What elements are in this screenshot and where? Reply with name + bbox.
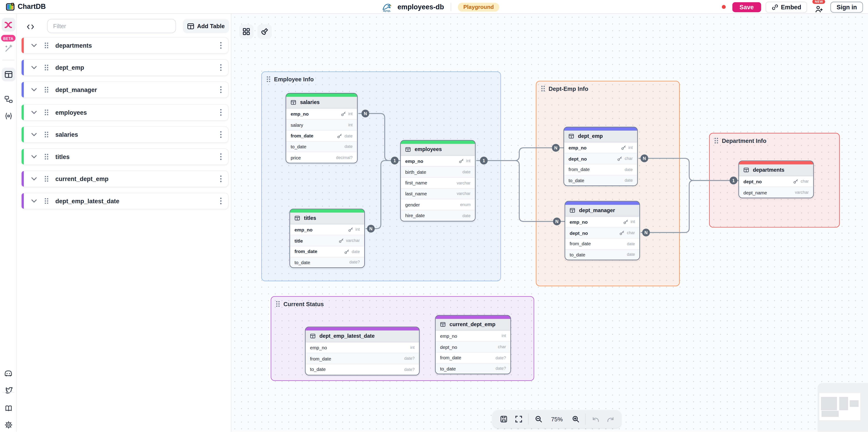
diagram-name[interactable]: employees-db — [397, 3, 444, 11]
invite-user-button[interactable]: NEW — [812, 0, 826, 14]
table-header[interactable]: titles — [290, 212, 364, 224]
zoom-in-button[interactable] — [568, 411, 583, 427]
drag-handle[interactable] — [44, 42, 49, 49]
table-header[interactable]: dept_manager — [565, 205, 640, 216]
table-field-row[interactable]: emp_noint — [306, 342, 419, 353]
filter-input[interactable] — [47, 19, 176, 33]
discord-button[interactable] — [1, 367, 15, 380]
table-node[interactable]: titlesemp_nointtitlevarcharfrom_datedate… — [289, 209, 365, 268]
table-header[interactable]: departments — [739, 164, 813, 176]
table-field-row[interactable]: to_datedate? — [436, 363, 510, 374]
sidebar-table-row[interactable]: dept_manager — [21, 82, 229, 98]
table-field-row[interactable]: to_datedate — [286, 141, 357, 152]
diagram-canvas[interactable]: Employee InfoDept-Emp InfoDepartment Inf… — [231, 14, 868, 432]
expand-chevron[interactable] — [31, 110, 37, 115]
table-node[interactable]: employeesemp_nointbirth_datedatefirst_na… — [400, 140, 475, 221]
expand-chevron[interactable] — [31, 88, 37, 92]
table-menu-button[interactable] — [220, 197, 222, 205]
magic-wand-button[interactable] — [1, 41, 15, 55]
sidebar-table-row[interactable]: dept_emp_latest_date — [21, 193, 229, 209]
table-header[interactable]: employees — [401, 144, 475, 155]
table-node[interactable]: dept_emp_latest_dateemp_nointfrom_dateda… — [305, 327, 420, 375]
view-code-button[interactable] — [24, 21, 37, 33]
table-field-row[interactable]: from_datedate — [565, 238, 640, 249]
table-field-row[interactable]: pricedecimal? — [286, 152, 357, 163]
table-field-row[interactable]: titlevarchar — [290, 235, 364, 246]
table-field-row[interactable]: from_datedate — [290, 246, 364, 257]
save-diagram-button[interactable] — [496, 411, 511, 427]
drag-handle[interactable] — [44, 198, 49, 205]
drag-handle[interactable] — [44, 64, 49, 71]
table-header[interactable]: dept_emp — [564, 130, 637, 142]
table-node[interactable]: departmentsdept_nochardept_namevarchar — [739, 161, 814, 198]
table-menu-button[interactable] — [220, 109, 222, 116]
table-field-row[interactable]: to_datedate — [565, 249, 640, 260]
sidebar-table-row[interactable]: employees — [21, 104, 229, 120]
dependencies-panel-button[interactable] — [1, 109, 15, 123]
table-node[interactable]: salariesemp_nointsalaryintfrom_datedatet… — [286, 93, 358, 163]
show-all-button[interactable] — [239, 24, 253, 39]
table-field-row[interactable]: last_namevarchar — [401, 188, 475, 199]
table-menu-button[interactable] — [220, 86, 222, 94]
zoom-level[interactable]: 75% — [546, 416, 568, 423]
table-field-row[interactable]: from_datedate — [286, 130, 357, 141]
minimap[interactable] — [817, 383, 868, 432]
sidebar-table-row[interactable]: departments — [21, 37, 229, 54]
table-field-row[interactable]: genderenum — [401, 199, 475, 210]
table-menu-button[interactable] — [220, 153, 222, 161]
table-field-row[interactable]: to_datedate — [564, 175, 637, 186]
expand-chevron[interactable] — [31, 132, 37, 137]
sidebar-table-row[interactable]: salaries — [21, 126, 229, 143]
table-node[interactable]: dept_empemp_nointdept_nocharfrom_datedat… — [563, 127, 638, 186]
table-field-row[interactable]: emp_noint — [401, 155, 475, 166]
chartdb-ai-button[interactable] — [1, 18, 15, 32]
expand-chevron[interactable] — [31, 43, 37, 48]
table-field-row[interactable]: hire_datedate — [401, 210, 475, 221]
drag-handle[interactable] — [44, 87, 49, 93]
table-menu-button[interactable] — [220, 175, 222, 183]
table-node[interactable]: current_dept_empemp_nointdept_nocharfrom… — [435, 315, 511, 374]
table-field-row[interactable]: emp_noint — [565, 216, 640, 227]
fit-view-button[interactable] — [511, 411, 526, 427]
table-node[interactable]: dept_manageremp_nointdept_nocharfrom_dat… — [565, 201, 640, 260]
expand-chevron[interactable] — [31, 199, 37, 204]
table-field-row[interactable]: emp_noint — [290, 224, 364, 235]
drag-handle[interactable] — [44, 109, 49, 115]
table-field-row[interactable]: from_datedate? — [306, 353, 419, 364]
table-menu-button[interactable] — [220, 131, 222, 138]
table-field-row[interactable]: dept_nochar — [436, 341, 510, 352]
table-field-row[interactable]: first_namevarchar — [401, 177, 475, 188]
sign-in-button[interactable]: Sign in — [831, 1, 863, 12]
table-header[interactable]: dept_emp_latest_date — [306, 330, 419, 342]
sidebar-table-row[interactable]: dept_emp — [21, 59, 229, 76]
table-field-row[interactable]: emp_noint — [564, 142, 637, 153]
table-field-row[interactable]: dept_nochar — [565, 227, 640, 238]
expand-chevron[interactable] — [31, 65, 37, 70]
add-table-button[interactable]: Add Table — [183, 19, 229, 33]
table-field-row[interactable]: birth_datedate — [401, 166, 475, 177]
sidebar-table-row[interactable]: current_dept_emp — [21, 171, 229, 187]
drag-handle[interactable] — [44, 176, 49, 182]
table-field-row[interactable]: from_datedate? — [436, 352, 510, 363]
sidebar-table-row[interactable]: titles — [21, 148, 229, 165]
table-header[interactable]: salaries — [286, 96, 357, 108]
embed-button[interactable]: Embed — [765, 1, 807, 12]
drag-handle[interactable] — [44, 153, 49, 160]
relationships-panel-button[interactable] — [1, 92, 15, 106]
twitter-button[interactable] — [1, 383, 15, 397]
table-header[interactable]: current_dept_emp — [436, 319, 510, 330]
tables-panel-button[interactable] — [1, 67, 15, 81]
table-field-row[interactable]: to_datedate? — [290, 257, 364, 268]
table-field-row[interactable]: dept_nochar — [564, 153, 637, 164]
expand-chevron[interactable] — [31, 177, 37, 181]
zoom-out-button[interactable] — [531, 411, 546, 427]
table-menu-button[interactable] — [220, 64, 222, 71]
settings-button[interactable] — [1, 418, 15, 432]
save-button[interactable]: Save — [733, 2, 761, 12]
table-field-row[interactable]: emp_noint — [286, 109, 357, 119]
docs-button[interactable] — [1, 401, 15, 415]
table-field-row[interactable]: dept_namevarchar — [739, 187, 813, 197]
undo-button[interactable] — [588, 411, 603, 427]
table-field-row[interactable]: to_datedate? — [306, 364, 419, 374]
snap-to-grid-button[interactable] — [257, 24, 272, 39]
